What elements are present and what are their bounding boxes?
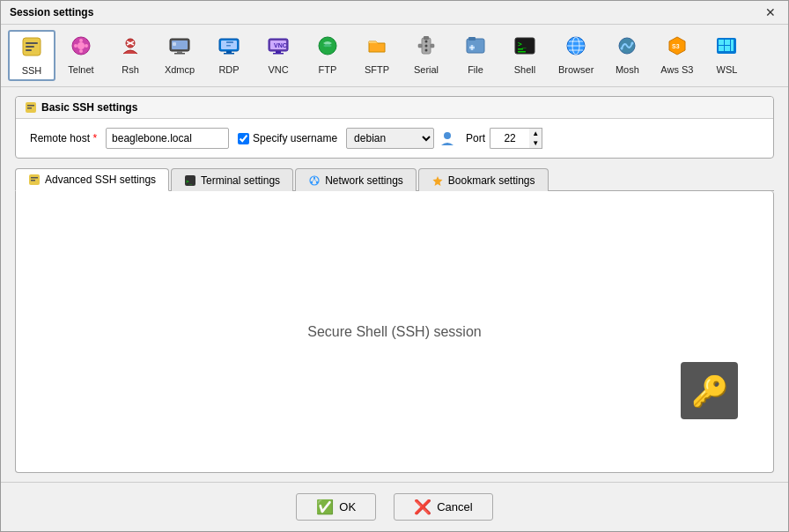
tab-bookmark-settings[interactable]: Bookmark settings (418, 168, 549, 191)
browser-icon (564, 34, 587, 63)
toolbar-item-wsl[interactable]: WSL (703, 30, 750, 81)
tab-bookmark-icon (431, 174, 444, 187)
panel-ssh-icon (25, 101, 37, 114)
svg-text:>_: >_ (518, 41, 527, 48)
mosh-icon (616, 34, 638, 63)
tab-network-settings[interactable]: Network settings (295, 168, 417, 191)
username-combo: debian (346, 128, 457, 149)
toolbar-aws-s3-label: Aws S3 (660, 64, 693, 75)
vnc-icon: VNC (267, 34, 290, 63)
basic-ssh-header: Basic SSH settings (16, 97, 773, 119)
toolbar-item-telnet[interactable]: Telnet (57, 30, 105, 81)
svg-point-52 (621, 48, 623, 50)
tab-network-label: Network settings (325, 174, 403, 187)
toolbar-item-mosh[interactable]: Mosh (603, 30, 651, 81)
svg-rect-1 (26, 42, 38, 44)
tab-terminal-settings[interactable]: >_ Terminal settings (171, 168, 293, 191)
svg-rect-60 (725, 46, 730, 51)
sftp-icon (365, 34, 388, 63)
aws-s3-icon: S3 (666, 34, 689, 63)
ok-label: OK (339, 500, 356, 514)
svg-rect-38 (468, 37, 476, 41)
cancel-icon: ❌ (414, 499, 431, 515)
toolbar-item-xdmcp[interactable]: Xdmcp (156, 30, 203, 81)
port-group: Port ▲ ▼ (466, 128, 542, 149)
svg-point-33 (425, 45, 428, 48)
toolbar-item-serial[interactable]: Serial (402, 30, 450, 81)
window-title: Session settings (10, 6, 93, 18)
cancel-button[interactable]: ❌ Cancel (394, 493, 492, 521)
toolbar-serial-label: Serial (414, 64, 439, 75)
toolbar-mosh-label: Mosh (616, 64, 639, 75)
tab-advanced-ssh[interactable]: Advanced SSH settings (15, 168, 169, 191)
toolbar-item-shell[interactable]: >_ Shell (501, 30, 549, 81)
rsh-icon (119, 34, 142, 63)
svg-rect-2 (26, 46, 34, 48)
svg-line-75 (313, 179, 314, 181)
svg-rect-31 (424, 36, 429, 40)
toolbar-item-ssh[interactable]: SSH (8, 30, 55, 81)
svg-rect-57 (719, 40, 724, 45)
toolbar-item-ftp[interactable]: FTP (304, 30, 351, 81)
basic-ssh-body: Remote host * Specify username debian (16, 119, 773, 158)
wsl-icon (715, 34, 738, 63)
svg-rect-17 (173, 42, 176, 46)
required-star: * (92, 132, 97, 144)
toolbar-shell-label: Shell (514, 64, 535, 75)
svg-rect-27 (273, 53, 284, 55)
tab-advanced-ssh-icon (28, 174, 41, 186)
toolbar-item-vnc[interactable]: VNC VNC (254, 30, 302, 81)
toolbar-item-rsh[interactable]: Rsh (107, 30, 154, 81)
svg-rect-44 (518, 48, 523, 50)
file-icon (464, 34, 487, 63)
toolbar-item-sftp[interactable]: SFTP (353, 30, 401, 81)
toolbar-item-aws-s3[interactable]: S3 Aws S3 (653, 30, 701, 81)
port-label: Port (466, 132, 485, 144)
svg-point-5 (77, 42, 85, 49)
svg-point-72 (313, 177, 315, 179)
remote-host-input[interactable] (106, 128, 229, 149)
svg-line-76 (314, 179, 316, 181)
svg-rect-23 (226, 45, 231, 47)
ok-button[interactable]: ✅ OK (296, 493, 376, 521)
tab-terminal-icon: >_ (184, 174, 196, 187)
port-input[interactable] (490, 128, 529, 149)
svg-rect-36 (431, 44, 434, 48)
session-settings-window: Session settings ✕ SSH (0, 0, 789, 532)
basic-ssh-header-label: Basic SSH settings (41, 101, 137, 114)
ftp-icon (316, 34, 339, 63)
svg-text:VNC: VNC (274, 42, 287, 48)
xdmcp-icon (168, 34, 191, 63)
key-icon: 🔑 (691, 373, 728, 409)
cancel-label: Cancel (437, 500, 472, 514)
toolbar: SSH Telnet (1, 25, 788, 87)
svg-rect-59 (719, 46, 724, 51)
person-icon[interactable] (438, 129, 457, 148)
ok-icon: ✅ (316, 499, 334, 515)
key-icon-container: 🔑 (681, 362, 738, 419)
svg-rect-63 (27, 105, 34, 107)
secondary-tabs-container: Advanced SSH settings >_ Terminal settin… (15, 167, 774, 473)
telnet-icon (70, 34, 92, 63)
specify-username-checkbox-label[interactable]: Specify username (238, 132, 337, 144)
port-increment-button[interactable]: ▲ (529, 129, 542, 138)
username-select[interactable]: debian (346, 128, 434, 149)
serial-icon (415, 34, 438, 63)
toolbar-item-rdp[interactable]: RDP (205, 30, 253, 81)
specify-username-checkbox[interactable] (238, 133, 249, 144)
svg-rect-16 (174, 53, 185, 55)
tab-bar: Advanced SSH settings >_ Terminal settin… (15, 167, 774, 191)
basic-settings-row: Remote host * Specify username debian (30, 128, 759, 149)
basic-ssh-panel: Basic SSH settings Remote host * Specify… (15, 96, 774, 159)
toolbar-vnc-label: VNC (268, 64, 288, 75)
svg-rect-58 (725, 40, 730, 45)
svg-text:S3: S3 (672, 43, 680, 49)
toolbar-rdp-label: RDP (218, 64, 239, 75)
svg-point-8 (74, 44, 77, 48)
close-button[interactable]: ✕ (762, 6, 779, 18)
toolbar-item-browser[interactable]: Browser (550, 30, 601, 81)
port-decrement-button[interactable]: ▼ (529, 138, 542, 148)
toolbar-item-file[interactable]: File (452, 30, 499, 81)
toolbar-rsh-label: Rsh (122, 64, 139, 75)
svg-rect-67 (31, 177, 38, 179)
